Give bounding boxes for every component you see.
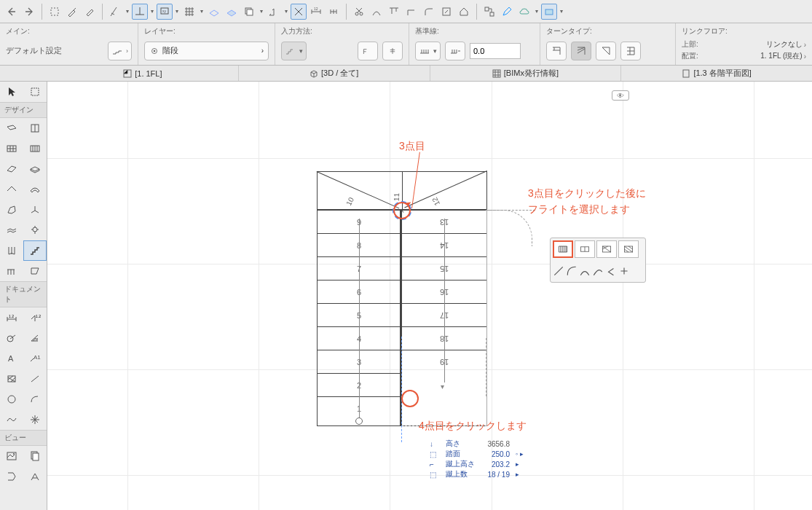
fillet-icon[interactable] — [421, 4, 437, 20]
roof-tool-icon[interactable] — [0, 179, 23, 200]
elev-tool-icon[interactable] — [23, 466, 47, 487]
section-tool-icon[interactable] — [0, 466, 23, 487]
door-tool-icon[interactable] — [23, 118, 47, 138]
home-icon[interactable] — [456, 4, 472, 20]
dropdown-icon[interactable]: ▾ — [283, 4, 290, 20]
edit-icon[interactable] — [499, 4, 515, 20]
tab-layout[interactable]: [1.3 各階平面図] — [621, 66, 812, 81]
segment-tangent-button[interactable] — [592, 262, 604, 280]
baseline-offset-button[interactable] — [445, 42, 465, 60]
undo-icon[interactable] — [4, 4, 20, 20]
railing-tool-icon[interactable] — [0, 261, 23, 281]
geometry-mode-button[interactable]: ▾ — [281, 42, 307, 60]
marquee-icon[interactable] — [47, 4, 63, 20]
text-tool-icon[interactable]: A — [0, 348, 23, 369]
plane-icon[interactable] — [206, 4, 222, 20]
spline-tool-icon[interactable] — [0, 409, 23, 430]
angle-dim-icon[interactable]: α — [23, 328, 47, 348]
mesh-tool-icon[interactable] — [0, 220, 23, 240]
link-top-value: リンクなし — [766, 39, 803, 50]
column-tool-icon[interactable] — [23, 138, 47, 159]
dropdown-icon[interactable]: ▾ — [149, 4, 156, 20]
tab-bimx[interactable]: [BIMx発行情報] — [430, 66, 622, 81]
grid-icon[interactable] — [181, 4, 197, 20]
dim-tool-icon[interactable]: 1.2 — [0, 307, 23, 328]
resize-icon[interactable] — [438, 4, 454, 20]
arrow-tool-icon[interactable] — [0, 82, 23, 102]
adjust-icon[interactable] — [368, 4, 385, 20]
morph-tool-icon[interactable] — [0, 200, 23, 220]
cloud-icon[interactable] — [516, 4, 532, 20]
dropdown-icon[interactable]: ▾ — [258, 4, 265, 20]
segment-add-button[interactable] — [618, 262, 630, 280]
tab-floorplan[interactable]: [1. 1FL] — [47, 66, 239, 81]
marquee-tool-icon[interactable] — [23, 82, 47, 102]
cut-icon[interactable] — [351, 4, 367, 20]
slab-tool-icon[interactable] — [23, 159, 47, 179]
arc-tool-icon[interactable] — [23, 389, 47, 409]
level-tool-icon[interactable]: 1.2 — [23, 307, 47, 328]
construction-center-button[interactable] — [382, 42, 403, 60]
snap-icon[interactable] — [291, 4, 307, 20]
zone-tool-icon[interactable] — [23, 261, 47, 281]
canvas[interactable]: 👁 10 11 12 9 8 7 6 5 4 3 2 1 — [47, 82, 812, 510]
align-top-icon[interactable] — [386, 4, 402, 20]
plane-stack-icon[interactable] — [241, 4, 257, 20]
dropdown-icon[interactable]: ▾ — [173, 4, 181, 20]
plane2-icon[interactable] — [224, 4, 240, 20]
hotspot-tool-icon[interactable] — [23, 409, 47, 430]
flight-type-winder2-button[interactable] — [618, 240, 639, 258]
segment-arc-button[interactable] — [566, 262, 578, 280]
turn-type-4-button[interactable] — [620, 42, 641, 60]
segment-arc2-button[interactable] — [579, 262, 591, 280]
stair-tool-icon[interactable] — [23, 240, 47, 261]
drawing-tool-icon[interactable] — [23, 446, 47, 466]
wall-tool-icon[interactable] — [0, 118, 23, 138]
turn-type-1-button[interactable] — [546, 42, 567, 60]
window-tool-icon[interactable] — [0, 138, 23, 159]
segment-line-button[interactable] — [553, 262, 564, 280]
baseline-input[interactable] — [470, 43, 521, 59]
curtainwall-tool-icon[interactable] — [0, 240, 23, 261]
dropdown-icon[interactable]: ▾ — [198, 4, 205, 20]
chevron-right-icon[interactable]: › — [804, 52, 806, 60]
redo-icon[interactable] — [21, 4, 37, 20]
object-tool-icon[interactable] — [23, 200, 47, 220]
chevron-right-icon[interactable]: › — [804, 41, 806, 49]
construction-side-button[interactable] — [358, 42, 378, 60]
tab-3d[interactable]: [3D / 全て] — [239, 66, 430, 81]
corner-icon[interactable] — [403, 4, 419, 20]
fill-tool-icon[interactable] — [0, 369, 23, 389]
turn-type-3-button[interactable] — [596, 42, 616, 60]
dim-horiz-icon[interactable]: 12 — [308, 4, 324, 20]
dropdown-icon[interactable]: ▾ — [124, 4, 131, 20]
radial-dim-icon[interactable] — [0, 328, 23, 348]
snap-perp-icon[interactable] — [132, 4, 148, 20]
snap-xy-icon[interactable]: xy — [157, 4, 173, 20]
dropdown-icon[interactable]: ▾ — [533, 4, 540, 20]
origin-icon[interactable] — [266, 4, 282, 20]
magic-icon[interactable] — [541, 4, 557, 20]
guide-icon[interactable] — [107, 4, 123, 20]
shell-tool-icon[interactable] — [23, 179, 47, 200]
segment-back-button[interactable] — [605, 262, 617, 280]
syringe-icon[interactable] — [82, 4, 98, 20]
flight-type-winder1-button[interactable] — [596, 240, 617, 258]
lamp-tool-icon[interactable] — [23, 220, 47, 240]
beam-tool-icon[interactable] — [0, 159, 23, 179]
eyedropper-icon[interactable] — [64, 4, 80, 20]
dim-vert-icon[interactable] — [326, 4, 342, 20]
layer-select[interactable]: 階段 › — [144, 42, 269, 60]
favorites-button[interactable]: › — [108, 42, 132, 60]
line-tool-icon[interactable] — [23, 369, 47, 389]
group-icon[interactable] — [481, 4, 497, 20]
flight-type-straight-button[interactable] — [553, 240, 573, 258]
circle-tool-icon[interactable] — [0, 389, 23, 409]
dropdown-icon[interactable]: ▾ — [558, 4, 565, 20]
tracker-info: ↓ 高さ 3656.8 ⬚ 踏面 250.0 ◦ ▸ ⌐ 蹴上高さ 203.2 … — [430, 439, 524, 479]
turn-type-2-button[interactable] — [571, 42, 591, 60]
picture-tool-icon[interactable] — [0, 446, 23, 466]
label-tool-icon[interactable]: A1 — [23, 348, 47, 369]
baseline-type-button[interactable]: ▾ — [415, 42, 441, 60]
flight-type-landing-button[interactable] — [575, 240, 595, 258]
